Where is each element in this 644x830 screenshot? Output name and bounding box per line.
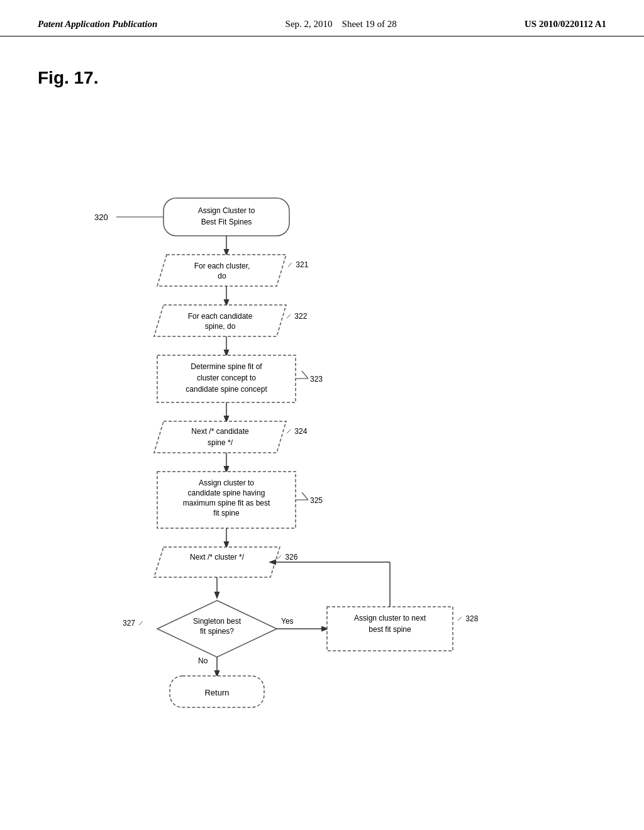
ref-324: ⟋ 324 — [285, 427, 308, 436]
ref-325-tick — [302, 492, 308, 500]
node-321 — [157, 255, 286, 286]
node-323-text1: Determine spine fit of — [191, 362, 262, 371]
node-325-text1: Assign cluster to — [199, 479, 254, 487]
node-324-text1: Next /* candidate — [191, 427, 249, 436]
flowchart-svg: 320 Assign Cluster to Best Fit Spines Fo… — [75, 101, 516, 729]
ref-326: ⟋ 326 — [275, 553, 298, 562]
node-324 — [154, 421, 286, 453]
ref-322: ⟋ 322 — [285, 312, 308, 321]
node-328-text2: best fit spine — [369, 625, 411, 634]
node-327-text2: fit spines? — [200, 627, 234, 636]
node-322-text2: spine, do — [205, 322, 236, 331]
ref-328: ⟋ 328 — [456, 614, 479, 623]
node-323-text2: cluster concept to — [197, 374, 256, 382]
node-326-text1: Next /* cluster */ — [190, 553, 245, 562]
ref-320-label: 320 — [94, 213, 108, 222]
node-start — [164, 198, 289, 236]
ref-325: 325 — [310, 496, 323, 505]
node-328-text1: Assign cluster to next — [354, 614, 426, 622]
publication-label: Patent Application Publication — [38, 19, 157, 30]
node-325-text2: candidate spine having — [188, 489, 265, 497]
no-label: No — [198, 656, 208, 665]
patent-number: US 2010/0220112 A1 — [525, 19, 606, 30]
page: Patent Application Publication Sep. 2, 2… — [0, 0, 644, 830]
header: Patent Application Publication Sep. 2, 2… — [0, 0, 644, 36]
yes-label: Yes — [281, 617, 294, 626]
node-start-text1: Assign Cluster to — [198, 206, 255, 215]
date-label: Sep. 2, 2010 Sheet 19 of 28 — [286, 19, 397, 30]
node-324-text2: spine */ — [208, 438, 233, 447]
node-326 — [154, 547, 280, 577]
ref-323-tick — [302, 371, 308, 379]
node-325-text4: fit spine — [213, 509, 240, 517]
figure-label: Fig. 17. — [38, 68, 606, 88]
content-area: Fig. 17. 320 Assign Cluster to Best Fit … — [0, 36, 644, 757]
ref-327: 327 ⟋ — [123, 619, 145, 628]
ref-321: ⟋ 321 — [286, 260, 309, 269]
node-321-text1: For each cluster, — [194, 262, 250, 270]
node-322-text1: For each candidate — [188, 312, 253, 321]
ref-323: 323 — [310, 375, 323, 384]
node-return-text: Return — [204, 688, 229, 697]
node-327-text1: Singleton best — [193, 617, 242, 626]
node-start-text2: Best Fit Spines — [201, 218, 252, 226]
node-322 — [154, 305, 286, 336]
node-321-text2: do — [218, 272, 226, 280]
node-323-text3: candidate spine concept — [186, 385, 267, 394]
node-325-text3: maximum spine fit as best — [183, 499, 270, 507]
